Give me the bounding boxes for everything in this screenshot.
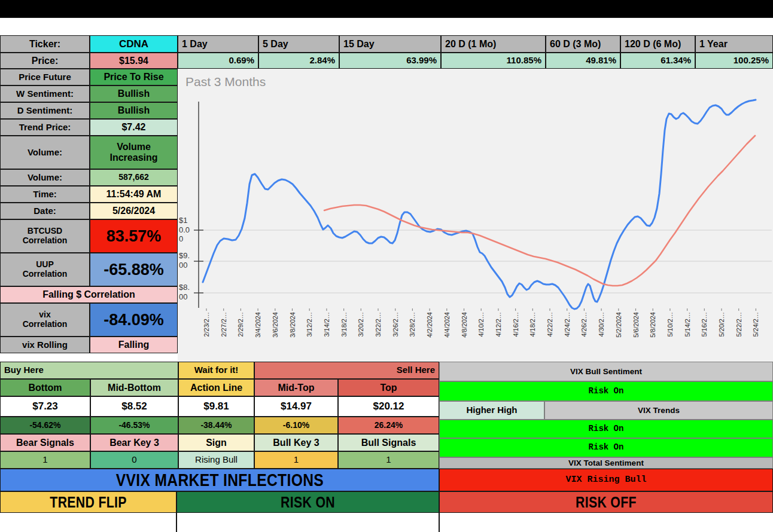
stat-value: Falling [90, 337, 178, 353]
x-axis-label: 3/8/2024 [289, 312, 297, 359]
x-axis-label: 5/10/2… [667, 312, 674, 359]
vix-header-label: VIX Trends [638, 406, 680, 415]
period-change-label: 110.85% [507, 56, 541, 66]
level-cell-label: Bottom [29, 383, 62, 393]
level-cell-label: Buy Here [4, 365, 44, 375]
vix-status: Risk On [439, 438, 773, 457]
x-axis-label: 4/30/2… [598, 312, 605, 359]
period-change: 100.25% [695, 53, 773, 69]
stat-value: 587,662 [90, 169, 178, 186]
level-cell: Bull Signals [338, 434, 439, 451]
level-cell-label: Wait for it! [194, 365, 239, 375]
level-cell-label: 26.24% [375, 421, 403, 430]
x-axis-label: 3/20/2… [357, 312, 365, 359]
stat-label: vix Rolling [0, 337, 90, 353]
period-header: 60 D (3 Mo) [546, 35, 620, 53]
level-cell-label: -54.62% [29, 421, 60, 430]
level-cell-label: $7.23 [32, 400, 58, 412]
stat-label: W Sentiment: [0, 85, 90, 102]
level-cell-label: $14.97 [281, 400, 312, 412]
level-cell: Sign [178, 434, 254, 451]
level-cell: Bull Key 3 [254, 434, 338, 451]
stat-value-label: Price To Rise [104, 72, 163, 82]
stat-label: Trend Price: [0, 119, 90, 136]
level-cell: $20.12 [338, 396, 439, 417]
stat-label-label: Trend Price: [19, 123, 71, 133]
stat-label-label: vix Correlation [23, 310, 68, 329]
period-header: 20 D (1 Mo) [441, 35, 546, 53]
level-cell-label: Bear Signals [16, 438, 74, 448]
x-axis-label: 4/18/2… [529, 312, 537, 359]
stat-label-label: vix Rolling [22, 340, 68, 350]
level-cell: Bottom [0, 379, 90, 396]
level-cell: -46.53% [90, 417, 178, 434]
x-axis-label: 5/20/2… [718, 312, 726, 359]
x-axis-label: 4/22/2… [546, 312, 554, 359]
x-axis-label: 5/8/2024 [649, 312, 657, 359]
level-cell: Top [338, 379, 439, 396]
x-axis-label: 3/14/2… [323, 312, 331, 359]
x-axis-label: 3/28/2… [409, 312, 416, 359]
level-cell-label: $20.12 [373, 400, 404, 412]
x-axis-label: 2/23/2… [203, 312, 211, 359]
stat-value: -84.09% [90, 303, 178, 337]
x-axis-label: 4/12/2… [495, 312, 503, 359]
level-cell: -6.10% [254, 417, 338, 434]
stat-value-label: $7.42 [121, 122, 145, 133]
stat-label-label: W Sentiment: [16, 89, 74, 99]
stat-value-label: 587,662 [118, 173, 149, 182]
level-cell: Action Line [178, 379, 254, 396]
period-change-label: 49.81% [586, 56, 616, 66]
vix-state-label: VIX Rising Bull [565, 475, 646, 485]
stat-label-label: Date: [34, 206, 56, 216]
level-cell: Mid-Top [254, 379, 338, 396]
level-cell-label: Sign [206, 438, 227, 448]
stat-label-label: Volume: [28, 148, 62, 158]
period-header-label: 15 Day [343, 39, 375, 50]
period-header: 5 Day [258, 35, 339, 53]
period-header-label: 1 Day [182, 39, 208, 50]
stat-value-label: Bullish [118, 88, 150, 99]
x-axis-label: 4/10/2… [477, 312, 485, 359]
x-axis-label: 3/12/2… [306, 312, 314, 359]
stat-label: Time: [0, 186, 90, 203]
period-change: 49.81% [546, 53, 620, 69]
trend-flip-banner: TREND FLIP [0, 491, 176, 513]
period-change: 0.69% [178, 53, 258, 69]
period-change: 61.34% [620, 53, 695, 69]
period-header-label: 1 Year [699, 39, 728, 50]
x-axis-label: 5/16/2… [701, 312, 708, 359]
stat-value-label: -84.09% [104, 311, 164, 329]
price-label: Price: [0, 53, 90, 69]
period-change: 63.99% [339, 53, 441, 69]
risk-on-banner: RISK ON [176, 491, 439, 513]
price-value-label: $15.94 [119, 56, 148, 66]
stat-label-label: Time: [33, 189, 57, 200]
x-axis-label: 2/29/2… [237, 312, 245, 359]
level-cell-label: -6.10% [283, 421, 309, 430]
ticker-value-cell-label: CDNA [119, 38, 148, 50]
level-cell: $9.81 [178, 396, 254, 417]
level-cell-label: Mid-Bottom [108, 383, 161, 393]
x-axis-label: 5/2/2024 [615, 312, 623, 359]
level-cell: Bear Signals [0, 434, 90, 451]
vix-cell: Higher High [439, 401, 544, 420]
stat-merged-label: Falling $ Correlation [42, 289, 135, 300]
stat-value: Bullish [90, 102, 178, 119]
period-header: 15 Day [339, 35, 441, 53]
level-cell: Sell Here [254, 362, 439, 379]
level-cell-label: Mid-Top [278, 383, 314, 393]
level-cell-label: Sell Here [397, 365, 435, 375]
period-change-label: 2.84% [309, 56, 335, 66]
x-axis-label: 3/22/2… [375, 312, 382, 359]
y-axis-label: $10.00 [179, 216, 190, 244]
stat-value-label: 11:54:49 AM [106, 189, 162, 200]
level-cell-label: $8.52 [121, 400, 147, 412]
level-cell: 1 [254, 451, 338, 469]
level-cell-label: Bear Key 3 [109, 438, 159, 448]
stat-value-label: Volume Increasing [109, 142, 157, 163]
stat-value: Bullish [90, 85, 178, 102]
ticker-value-cell[interactable]: CDNA [90, 35, 178, 53]
stat-label: D Sentiment: [0, 102, 90, 119]
stat-label: BTCUSD Correlation [0, 219, 90, 253]
